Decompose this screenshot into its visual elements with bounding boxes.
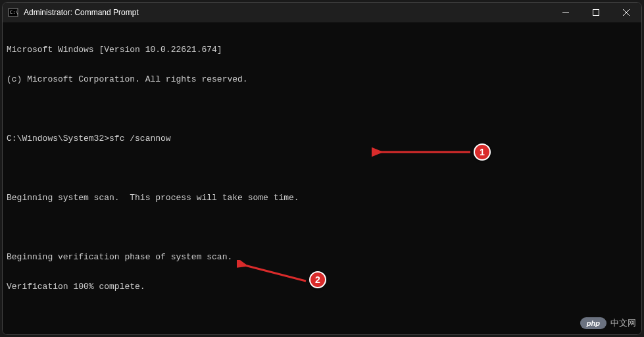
minimize-button[interactable]	[551, 3, 581, 22]
svg-text:C:\: C:\	[10, 10, 18, 15]
output-line: (c) Microsoft Corporation. All rights re…	[7, 74, 637, 84]
maximize-button[interactable]	[581, 3, 611, 22]
output-line	[7, 104, 637, 114]
svg-rect-3	[593, 10, 599, 16]
output-line	[7, 163, 637, 173]
output-line	[7, 311, 637, 321]
titlebar[interactable]: C:\ Administrator: Command Prompt	[3, 3, 641, 22]
output-line: Beginning system scan. This process will…	[7, 193, 637, 203]
window-title: Administrator: Command Prompt	[24, 8, 551, 17]
output-line: Microsoft Windows [Version 10.0.22621.67…	[7, 45, 637, 55]
output-line: Beginning verification phase of system s…	[7, 252, 637, 262]
output-line: C:\Windows\System32>sfc /scannow	[7, 134, 637, 143]
cmd-icon: C:\	[8, 7, 18, 18]
command-prompt-window: C:\ Administrator: Command Prompt Micros…	[2, 2, 642, 335]
window-controls	[551, 3, 641, 22]
close-button[interactable]	[611, 3, 641, 22]
output-line	[7, 222, 637, 232]
output-line: Verification 100% complete.	[7, 282, 637, 292]
terminal-output[interactable]: Microsoft Windows [Version 10.0.22621.67…	[3, 22, 641, 334]
